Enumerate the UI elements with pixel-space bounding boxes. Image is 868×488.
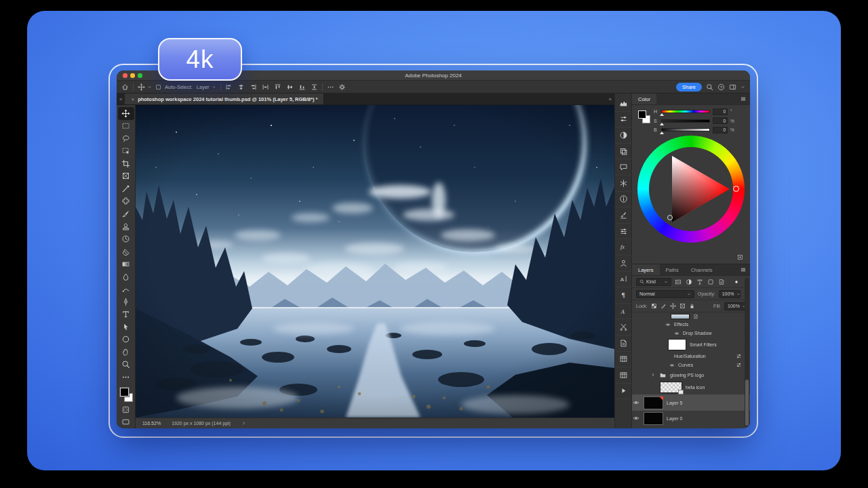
align-bottom-icon[interactable] [298, 83, 306, 91]
layer-visibility-eye-icon[interactable] [633, 415, 639, 422]
clipped-layer-thumbnail[interactable] [671, 314, 690, 319]
workspace-switcher-icon[interactable] [729, 83, 736, 91]
foreground-color-swatch[interactable] [120, 388, 129, 396]
tab-layers[interactable]: Layers [632, 264, 660, 275]
layer-row-hue-saturation[interactable]: Hue/Saturation [632, 352, 750, 361]
history-brush-tool[interactable] [118, 232, 134, 245]
align-right-icon[interactable] [250, 83, 257, 91]
layer-thumbnail[interactable] [644, 412, 663, 425]
layer-row-glowing-ps-logo[interactable]: glowing PS logo [632, 369, 750, 380]
home-icon[interactable] [121, 83, 129, 91]
status-options-chevron-icon[interactable] [241, 421, 246, 426]
panel-color-swatches[interactable] [637, 110, 651, 123]
zoom-tool[interactable] [118, 359, 134, 371]
layer-row-smart-filters[interactable]: Smart Filters [632, 338, 750, 352]
zoom-level-field[interactable]: 116.52% [142, 421, 161, 426]
pen-tool[interactable] [118, 296, 134, 308]
s-slider-track[interactable] [661, 119, 710, 123]
blur-tool[interactable] [118, 270, 134, 283]
hue-ring-selector[interactable] [733, 186, 739, 192]
tab-paths[interactable]: Paths [660, 264, 685, 275]
rectangular-marquee-tool[interactable] [118, 120, 134, 133]
close-tab-icon[interactable]: × [131, 96, 134, 102]
filter-smart-objects-icon[interactable] [718, 279, 725, 285]
effect-visibility-eye-icon[interactable] [669, 363, 675, 368]
distribute-vertical-icon[interactable] [311, 83, 318, 91]
layer-row-effects[interactable]: Effects [632, 320, 750, 329]
s-value-field[interactable]: 0 [713, 117, 728, 124]
gradient-tool[interactable] [118, 258, 134, 270]
opacity-field[interactable]: 100% [719, 290, 741, 298]
eyedropper-tool[interactable] [118, 182, 134, 195]
auto-select-checkbox[interactable] [156, 85, 161, 89]
align-top-icon[interactable] [274, 83, 281, 91]
color-swatches[interactable] [118, 386, 134, 403]
lock-pixels-icon[interactable] [660, 303, 667, 309]
tab-channels[interactable]: Channels [685, 264, 719, 275]
lock-artboard-icon[interactable] [679, 303, 686, 309]
screen-mode-button[interactable] [118, 416, 134, 428]
path-selection-tool[interactable] [118, 321, 134, 333]
slider-marker[interactable] [660, 123, 664, 125]
effect-visibility-eye-icon[interactable] [665, 322, 671, 327]
lock-position-icon[interactable] [670, 303, 676, 309]
saturation-brightness-triangle[interactable] [637, 136, 745, 243]
current-tool-button[interactable] [138, 83, 152, 91]
libraries-panel-icon[interactable] [615, 256, 631, 272]
eraser-tool[interactable] [118, 245, 134, 258]
h-value-field[interactable]: 0 [713, 108, 728, 115]
layer-thumbnail[interactable] [644, 396, 663, 409]
hand-tool[interactable] [118, 346, 134, 359]
styles-panel-icon[interactable] [615, 144, 631, 160]
slider-marker[interactable] [660, 113, 664, 116]
info-panel-icon[interactable] [615, 192, 631, 208]
clone-source-panel-icon[interactable] [615, 127, 631, 144]
layer-thumbnail[interactable] [668, 339, 686, 350]
frame-tool[interactable] [118, 170, 134, 183]
layer-thumbnail[interactable] [660, 382, 682, 393]
tool-presets-panel-icon[interactable] [615, 319, 631, 336]
quick-mask-button[interactable] [118, 403, 134, 416]
layer-row-layer-5[interactable]: Layer 5 [632, 394, 750, 411]
layer-row[interactable] [632, 312, 750, 320]
clone-stamp-tool[interactable] [118, 220, 134, 233]
h-slider-track[interactable] [661, 110, 710, 113]
fill-field[interactable]: 100% [724, 302, 746, 310]
smudge-tool[interactable] [118, 283, 134, 296]
layer-row-drop-shadow[interactable]: Drop Shadow [632, 329, 750, 338]
brush-settings-panel-icon[interactable] [615, 207, 631, 224]
brush-tool[interactable] [118, 207, 134, 220]
comments-panel-icon[interactable] [615, 159, 631, 176]
minimize-window-button[interactable] [130, 73, 135, 78]
panel-expand-icon[interactable] [737, 254, 743, 260]
actions-panel-icon[interactable] [615, 384, 631, 400]
layer-row-curves[interactable]: Curves [632, 361, 750, 369]
align-middle-icon[interactable] [286, 83, 294, 91]
glyphs-panel-icon[interactable] [615, 304, 631, 320]
character-styles-panel-icon[interactable] [615, 352, 631, 368]
close-window-button[interactable] [123, 73, 127, 78]
filter-kind-dropdown[interactable]: Kind [636, 278, 671, 286]
effects-panel-icon[interactable] [615, 239, 631, 256]
more-options-icon[interactable] [327, 83, 334, 91]
properties-panel-icon[interactable] [615, 224, 631, 240]
help-icon[interactable] [717, 83, 725, 91]
align-center-icon[interactable] [237, 83, 245, 91]
b-slider-track[interactable] [661, 128, 710, 131]
move-tool[interactable] [118, 107, 134, 120]
paragraph-styles-panel-icon[interactable] [615, 367, 631, 384]
panel-menu-icon[interactable] [740, 266, 747, 273]
filter-shape-layers-icon[interactable] [707, 279, 714, 285]
type-tool[interactable] [118, 308, 134, 321]
layer-visibility-eye-icon[interactable] [633, 399, 639, 406]
workspace-settings-gear-icon[interactable] [338, 83, 346, 91]
panel-menu-icon[interactable] [740, 96, 747, 102]
blend-mode-dropdown[interactable]: Normal [636, 290, 694, 298]
document-canvas[interactable] [136, 105, 614, 418]
color-wheel[interactable] [637, 136, 745, 243]
layer-row-beta-icon[interactable]: beta icon [632, 380, 750, 394]
histogram-panel-icon[interactable] [615, 96, 631, 112]
scrollbar-thumb[interactable] [745, 380, 749, 426]
share-button[interactable]: Share [676, 83, 702, 92]
patterns-panel-icon[interactable] [615, 176, 631, 192]
